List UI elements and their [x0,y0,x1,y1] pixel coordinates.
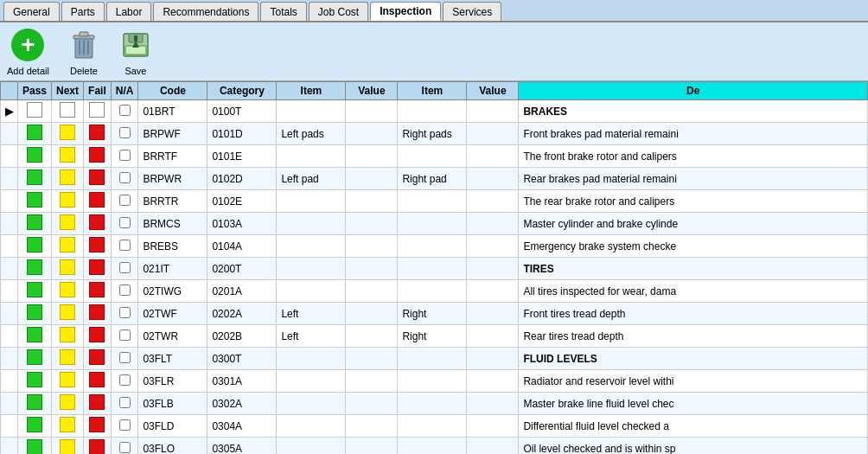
na-checkbox[interactable] [119,105,131,116]
fail-cell[interactable] [84,235,112,258]
next-checkbox[interactable] [60,169,75,185]
next-cell[interactable] [52,258,84,280]
pass-checkbox[interactable] [27,304,42,320]
fail-checkbox[interactable] [89,417,105,432]
pass-checkbox[interactable] [27,125,42,140]
next-checkbox[interactable] [60,214,75,230]
next-cell[interactable] [52,235,84,258]
fail-checkbox[interactable] [89,259,105,275]
pass-checkbox[interactable] [27,192,42,208]
pass-cell[interactable] [18,370,52,393]
fail-cell[interactable] [84,145,112,168]
pass-checkbox[interactable] [27,349,42,365]
fail-checkbox[interactable] [89,147,105,163]
fail-checkbox[interactable] [89,304,105,320]
next-checkbox[interactable] [60,304,75,320]
pass-checkbox[interactable] [27,169,42,185]
pass-checkbox[interactable] [27,394,42,410]
na-cell[interactable] [111,438,138,455]
fail-cell[interactable] [84,280,112,303]
fail-cell[interactable] [84,370,112,393]
pass-checkbox[interactable] [27,282,42,297]
next-checkbox[interactable] [60,282,75,297]
next-checkbox[interactable] [60,349,75,365]
na-cell[interactable] [111,303,138,325]
pass-cell[interactable] [18,415,52,438]
next-checkbox[interactable] [60,327,75,342]
next-cell[interactable] [52,100,84,123]
na-checkbox[interactable] [119,217,131,228]
na-checkbox[interactable] [119,397,131,408]
tab-labor[interactable]: Labor [106,2,152,21]
tab-inspection[interactable]: Inspection [370,2,441,21]
next-cell[interactable] [52,280,84,303]
pass-cell[interactable] [18,145,52,168]
next-checkbox[interactable] [60,259,75,275]
na-cell[interactable] [111,393,138,415]
na-checkbox[interactable] [119,352,131,363]
fail-cell[interactable] [84,168,112,190]
na-checkbox[interactable] [119,442,131,453]
next-cell[interactable] [52,438,84,455]
inspection-table-container[interactable]: Pass Next Fail N/A Code Category Item Va… [0,81,868,454]
tab-general[interactable]: General [3,2,60,21]
fail-checkbox[interactable] [89,349,105,365]
pass-checkbox[interactable] [27,372,42,387]
fail-cell[interactable] [84,123,112,145]
next-checkbox[interactable] [60,372,75,387]
fail-checkbox[interactable] [89,125,105,140]
na-cell[interactable] [111,213,138,235]
tab-services[interactable]: Services [443,2,501,21]
next-checkbox[interactable] [60,125,75,140]
delete-button[interactable]: Delete [67,28,101,76]
na-cell[interactable] [111,235,138,258]
tab-recommendations[interactable]: Recommendations [153,2,258,21]
pass-cell[interactable] [18,348,52,370]
pass-cell[interactable] [18,100,52,123]
next-checkbox[interactable] [60,394,75,410]
fail-checkbox[interactable] [89,327,105,342]
na-checkbox[interactable] [119,419,131,431]
na-checkbox[interactable] [119,172,131,183]
pass-checkbox[interactable] [27,214,42,230]
na-cell[interactable] [111,325,138,348]
fail-cell[interactable] [84,303,112,325]
pass-checkbox-empty[interactable] [27,102,42,118]
next-checkbox[interactable] [60,417,75,432]
na-cell[interactable] [111,348,138,370]
next-cell[interactable] [52,190,84,213]
tab-job-cost[interactable]: Job Cost [309,2,368,21]
fail-checkbox[interactable] [89,394,105,410]
pass-cell[interactable] [18,438,52,455]
na-checkbox[interactable] [119,329,131,341]
na-checkbox[interactable] [119,307,131,318]
fail-cell[interactable] [84,100,112,123]
next-checkbox[interactable] [60,237,75,253]
na-checkbox[interactable] [119,150,131,161]
pass-cell[interactable] [18,393,52,415]
fail-cell[interactable] [84,325,112,348]
pass-checkbox[interactable] [27,147,42,163]
pass-cell[interactable] [18,168,52,190]
na-cell[interactable] [111,258,138,280]
next-cell[interactable] [52,348,84,370]
fail-cell[interactable] [84,348,112,370]
fail-checkbox[interactable] [89,282,105,297]
next-cell[interactable] [52,393,84,415]
next-cell[interactable] [52,123,84,145]
fail-cell[interactable] [84,258,112,280]
fail-checkbox[interactable] [89,372,105,387]
na-checkbox[interactable] [119,240,131,251]
pass-cell[interactable] [18,123,52,145]
na-checkbox[interactable] [119,127,131,138]
pass-cell[interactable] [18,325,52,348]
next-checkbox[interactable] [60,439,75,454]
pass-cell[interactable] [18,258,52,280]
pass-cell[interactable] [18,280,52,303]
na-cell[interactable] [111,100,138,123]
na-checkbox[interactable] [119,285,131,296]
next-checkbox[interactable] [60,147,75,163]
pass-cell[interactable] [18,190,52,213]
pass-cell[interactable] [18,303,52,325]
next-cell[interactable] [52,415,84,438]
